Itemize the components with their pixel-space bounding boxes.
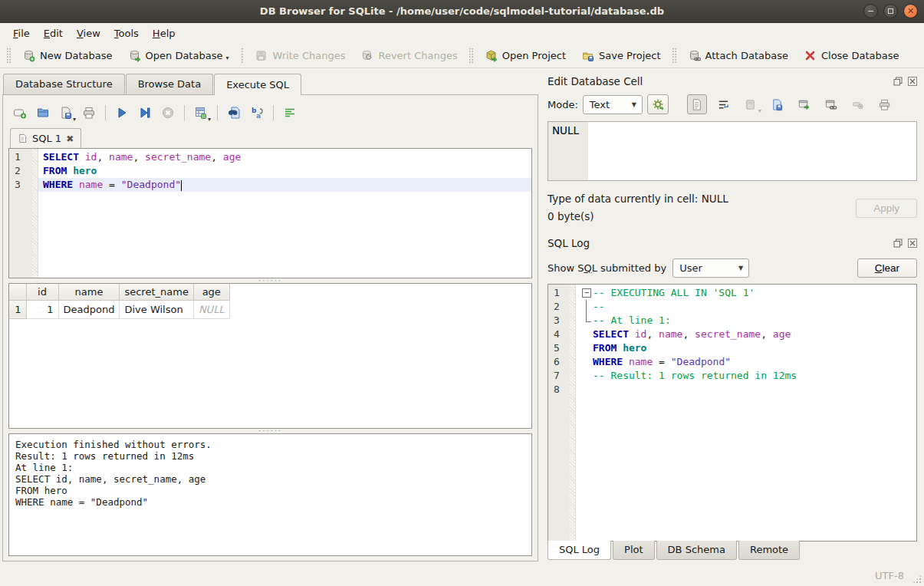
toolbar-drag-handle[interactable] [6, 48, 12, 63]
clear-log-button[interactable]: Clear [857, 258, 917, 278]
auto-apply-button[interactable] [647, 94, 669, 114]
mode-select[interactable]: Text ▼ [583, 95, 643, 114]
secret-name-cell[interactable]: Dive Wilson [120, 300, 193, 318]
menu-help[interactable]: Help [146, 25, 182, 42]
cell-value-text: NULL [548, 122, 588, 180]
token: -- Result: 1 rows returned in 12ms [593, 370, 797, 381]
save-results-dropdown-icon[interactable]: ▾ [208, 116, 211, 123]
edit-cell-close-button[interactable] [907, 77, 917, 87]
sql-1-tab[interactable]: SQL 1 ✖ [10, 128, 81, 148]
name-cell[interactable]: Deadpond [58, 300, 120, 318]
token: -- [593, 301, 605, 312]
message-line: SELECT id, name, secret_name, age [15, 473, 525, 485]
new-database-icon [22, 49, 35, 62]
sql-editor[interactable]: 123 SELECT id, name, secret_name, ageFRO… [8, 148, 532, 278]
tab-remote[interactable]: Remote [738, 541, 800, 560]
new-database-button[interactable]: New Database [15, 46, 120, 65]
token: , [97, 151, 109, 163]
import-text-button[interactable]: ▾ [741, 94, 761, 114]
execute-all-button[interactable] [112, 103, 132, 123]
save-sql-file-button[interactable]: ▾ [56, 103, 76, 123]
row-number-cell[interactable]: 1 [9, 300, 26, 318]
encoding-status: UTF-8 [875, 570, 904, 581]
tab-db-schema[interactable]: DB Schema [656, 541, 737, 560]
format-sql-button[interactable] [280, 103, 300, 123]
toolbar-drag-handle[interactable] [672, 48, 677, 63]
maximize-button[interactable] [883, 4, 898, 18]
token: , [133, 151, 145, 163]
chevron-down-icon: ▼ [626, 101, 642, 108]
print-cell-button[interactable] [875, 94, 895, 114]
find-button[interactable] [224, 103, 244, 123]
write-changes-button[interactable]: Write Changes [247, 46, 353, 65]
export-text-button[interactable] [768, 94, 788, 114]
tab-sql-log[interactable]: SQL Log [547, 541, 611, 560]
minimize-button[interactable]: − [863, 4, 878, 18]
text-cursor [181, 180, 182, 191]
menu-edit[interactable]: Edit [37, 25, 70, 42]
token [617, 342, 623, 354]
open-database-button[interactable]: Open Database ▾ [120, 46, 237, 65]
print-sql-button[interactable] [79, 103, 99, 123]
open-external-button[interactable] [794, 94, 814, 114]
age-cell[interactable]: NULL [193, 300, 229, 318]
fold-marker-icon[interactable] [580, 286, 593, 300]
open-database-dropdown-icon[interactable]: ▾ [225, 54, 229, 62]
open-project-button[interactable]: Open Project [477, 46, 574, 65]
text-mode-button[interactable] [687, 94, 707, 114]
tab-plot[interactable]: Plot [613, 541, 655, 560]
log-filter-select[interactable]: User ▼ [672, 258, 749, 278]
line-number: 6 [554, 355, 570, 369]
resize-grip-icon[interactable] [912, 574, 922, 584]
save-results-button[interactable]: ▾ [191, 103, 211, 123]
attach-database-button[interactable]: Attach Database [680, 46, 796, 65]
new-sql-tab-button[interactable] [10, 103, 30, 123]
stop-execution-button[interactable] [158, 103, 178, 123]
apply-button[interactable]: Apply [856, 199, 917, 218]
close-database-button[interactable]: Close Database [796, 46, 907, 65]
edit-cell-dock-title: Edit Database Cell [547, 71, 917, 91]
results-header-secret-name[interactable]: secret_name [120, 284, 193, 300]
toolbar-drag-handle[interactable] [469, 48, 474, 63]
sql-log-title: SQL Log [547, 237, 893, 249]
token: age [773, 328, 791, 340]
revert-changes-label: Revert Changes [378, 50, 457, 61]
copy-url-button[interactable] [821, 94, 841, 114]
menu-file[interactable]: File [6, 25, 37, 42]
results-header-id[interactable]: id [26, 284, 58, 300]
menu-view[interactable]: View [70, 25, 107, 42]
sql-log-dock-title: SQL Log [547, 233, 917, 253]
results-corner-header[interactable] [9, 284, 26, 300]
word-wrap-button[interactable] [714, 94, 734, 114]
cell-value-editor[interactable]: NULL [547, 121, 917, 181]
cell-editor-blank[interactable] [588, 122, 916, 180]
token [73, 179, 79, 190]
cell-type-info: Type of data currently in cell: NULL [547, 190, 856, 208]
results-header-name[interactable]: name [58, 284, 120, 300]
tab-browse-data[interactable]: Browse Data [126, 74, 214, 95]
menu-tools[interactable]: Tools [107, 25, 146, 42]
edit-cell-float-button[interactable] [893, 77, 903, 87]
open-sql-file-button[interactable] [33, 103, 53, 123]
save-project-button[interactable]: Save Project [574, 46, 669, 65]
revert-changes-button[interactable]: Revert Changes [353, 46, 465, 65]
sql-log-float-button[interactable] [893, 239, 903, 249]
close-sql-tab-icon[interactable]: ✖ [66, 133, 74, 144]
sql-log-close-button[interactable] [907, 239, 917, 249]
sql-toolbar-separator [217, 105, 218, 120]
save-sql-dropdown-icon[interactable]: ▾ [73, 116, 76, 123]
tab-database-structure[interactable]: Database Structure [3, 74, 125, 95]
titlebar[interactable]: DB Browser for SQLite - /home/user/code/… [0, 0, 924, 23]
set-null-button[interactable] [848, 94, 868, 114]
results-header-age[interactable]: age [193, 284, 229, 300]
execute-current-line-button[interactable] [135, 103, 155, 123]
token [79, 151, 85, 163]
token: secret_name [695, 328, 761, 340]
token: hero [73, 165, 97, 176]
tab-execute-sql[interactable]: Execute SQL [214, 74, 301, 95]
id-cell[interactable]: 1 [26, 300, 58, 318]
close-button[interactable]: ✕ [903, 4, 918, 18]
sql-code-area[interactable]: SELECT id, name, secret_name, ageFROM he… [38, 149, 531, 278]
left-pane: Database Structure Browse Data Execute S… [0, 68, 541, 565]
find-replace-button[interactable]: ba [247, 103, 267, 123]
